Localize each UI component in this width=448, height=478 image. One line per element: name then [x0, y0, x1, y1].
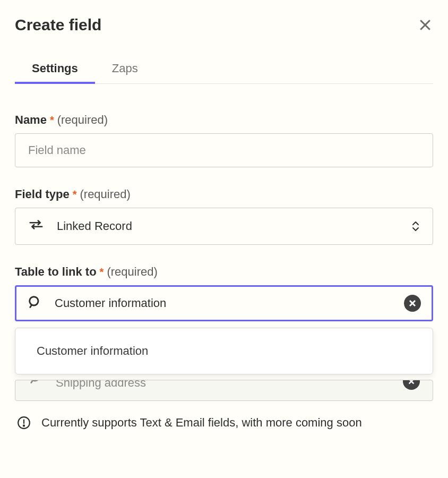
search-icon — [28, 380, 43, 388]
svg-line-3 — [30, 305, 31, 308]
name-label: Name — [15, 113, 47, 127]
tab-zaps[interactable]: Zaps — [95, 55, 155, 84]
required-text: (required) — [80, 187, 130, 201]
tabs: Settings Zaps — [15, 55, 433, 84]
info-message: Currently supports Text & Email fields, … — [41, 414, 362, 431]
required-indicator: * — [50, 114, 54, 126]
table-search-input[interactable] — [55, 296, 391, 310]
required-text: (required) — [57, 113, 108, 127]
required-indicator: * — [100, 266, 104, 278]
required-text: (required) — [107, 265, 157, 279]
svg-point-2 — [30, 297, 38, 305]
secondary-table-value: Shipping address — [56, 380, 146, 390]
clear-button[interactable] — [403, 380, 420, 390]
dialog-title: Create field — [15, 16, 101, 34]
field-type-select[interactable]: Linked Record — [15, 208, 433, 245]
field-type-label: Field type — [15, 187, 70, 201]
table-link-label: Table to link to — [15, 265, 97, 279]
clear-search-button[interactable] — [404, 295, 421, 312]
svg-line-7 — [31, 381, 32, 383]
search-icon — [27, 294, 42, 312]
field-type-value: Linked Record — [57, 219, 132, 233]
secondary-table-select[interactable]: Shipping address — [15, 380, 433, 401]
tab-settings[interactable]: Settings — [15, 55, 95, 84]
table-search-box[interactable] — [15, 285, 433, 321]
dropdown-option[interactable]: Customer information — [15, 334, 433, 369]
close-button[interactable] — [417, 17, 433, 33]
field-name-input[interactable] — [15, 133, 433, 167]
svg-point-12 — [23, 425, 24, 426]
linked-record-icon — [28, 217, 44, 236]
required-indicator: * — [73, 189, 77, 201]
info-icon — [17, 416, 31, 432]
select-chevron-icon — [411, 221, 420, 232]
close-icon — [417, 17, 433, 33]
clear-icon — [408, 299, 417, 308]
clear-icon — [408, 380, 415, 385]
table-dropdown: Customer information — [15, 328, 433, 374]
